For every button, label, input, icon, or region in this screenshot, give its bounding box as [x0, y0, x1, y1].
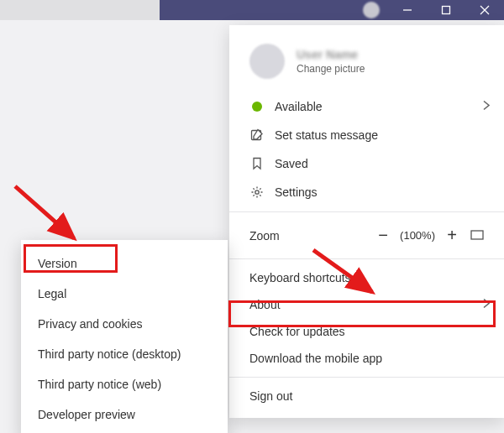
submenu-legal[interactable]: Legal — [21, 279, 228, 309]
divider — [229, 258, 504, 259]
set-status-label: Set status message — [275, 128, 378, 142]
download-app-label: Download the mobile app — [249, 352, 382, 365]
settings[interactable]: Settings — [229, 178, 504, 206]
keyboard-shortcuts-label: Keyboard shortcuts — [249, 271, 351, 284]
set-status-message[interactable]: Set status message — [229, 121, 504, 149]
edit-icon — [249, 128, 265, 143]
saved[interactable]: Saved — [229, 149, 504, 178]
keyboard-shortcuts[interactable]: Keyboard shortcuts — [229, 264, 504, 291]
gear-icon — [249, 185, 265, 200]
zoom-label: Zoom — [249, 229, 371, 243]
about-label: About — [249, 298, 281, 311]
settings-label: Settings — [275, 185, 318, 199]
status-available[interactable]: Available — [229, 92, 504, 121]
svg-rect-1 — [443, 7, 450, 14]
titlebar — [0, 0, 504, 20]
submenu-version[interactable]: Version — [21, 248, 228, 279]
profile-name: User Name — [297, 48, 365, 61]
submenu-tpn-desktop[interactable]: Third party notice (desktop) — [21, 339, 228, 369]
zoom-percent: (100%) — [395, 229, 440, 242]
divider — [229, 211, 504, 212]
check-updates-label: Check for updates — [249, 325, 345, 338]
avatar-small[interactable] — [363, 2, 380, 18]
profile-menu: User Name Change picture Available Set s… — [229, 25, 504, 418]
submenu-privacy[interactable]: Privacy and cookies — [21, 309, 228, 339]
svg-point-5 — [255, 190, 259, 194]
download-mobile-app[interactable]: Download the mobile app — [229, 345, 504, 372]
about-submenu: Version Legal Privacy and cookies Third … — [21, 240, 228, 433]
chevron-right-icon — [482, 298, 491, 312]
status-label: Available — [275, 100, 323, 113]
titlebar-left-pane — [0, 0, 160, 20]
close-button[interactable] — [465, 0, 504, 20]
zoom-in-button[interactable]: + — [440, 226, 464, 245]
check-for-updates[interactable]: Check for updates — [229, 318, 504, 345]
chevron-right-icon — [482, 100, 491, 114]
change-picture-link[interactable]: Change picture — [297, 63, 365, 75]
divider — [229, 377, 504, 378]
avatar-icon — [249, 44, 285, 79]
zoom-out-button[interactable]: − — [371, 226, 395, 245]
profile-section[interactable]: User Name Change picture — [229, 35, 504, 92]
sign-out[interactable]: Sign out — [229, 383, 504, 410]
about[interactable]: About — [229, 291, 504, 318]
zoom-row: Zoom − (100%) + — [229, 217, 504, 253]
submenu-dev-preview[interactable]: Developer preview — [21, 399, 228, 430]
svg-rect-6 — [471, 231, 483, 239]
saved-label: Saved — [275, 157, 308, 170]
minimize-button[interactable] — [388, 0, 427, 20]
fullscreen-icon[interactable] — [470, 229, 484, 243]
available-status-icon — [249, 99, 265, 114]
sign-out-label: Sign out — [249, 389, 292, 403]
submenu-tpn-web[interactable]: Third party notice (web) — [21, 369, 228, 399]
bookmark-icon — [249, 156, 265, 171]
maximize-button[interactable] — [427, 0, 465, 20]
